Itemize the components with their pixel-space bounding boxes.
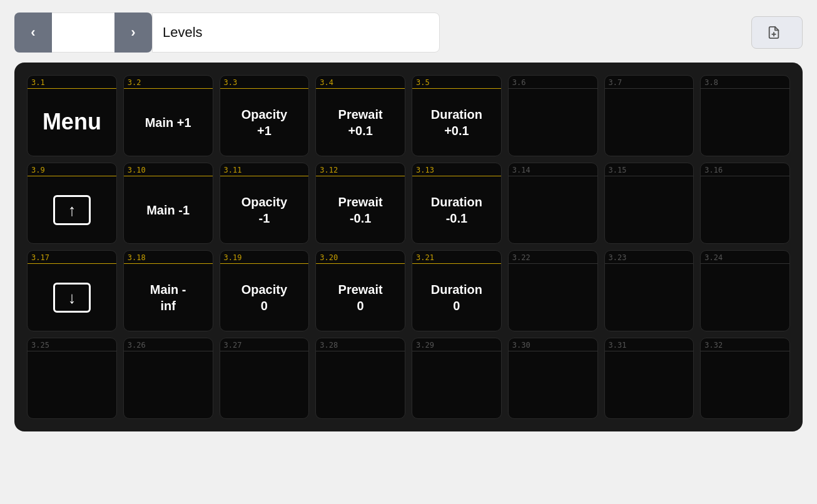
grid-cell[interactable]: 3.16 [700,163,790,244]
arrow-down-icon: ↓ [53,283,91,313]
cell-content: Prewait -0.1 [316,176,405,243]
cell-content: Opacity 0 [220,264,309,331]
cell-content [605,89,694,156]
cell-content: Duration -0.1 [412,176,501,243]
page-number [52,13,114,53]
grid-cell[interactable]: 3.10Main -1 [123,163,213,244]
cell-id: 3.17 [28,251,116,264]
cell-content [28,351,116,418]
cell-content: ↑ [28,176,116,243]
grid-cell[interactable]: 3.5Duration +0.1 [412,75,502,156]
cell-content [605,351,694,418]
cell-id: 3.30 [509,338,597,351]
cell-id: 3.15 [605,163,694,176]
cell-id: 3.19 [220,251,309,264]
page-title-input[interactable] [152,13,440,53]
cell-id: 3.16 [701,163,789,176]
grid-cell[interactable]: 3.20Prewait 0 [315,250,405,331]
cell-id: 3.13 [412,163,501,176]
cell-id: 3.23 [605,251,694,264]
cell-content [220,351,309,418]
cell-content [605,176,694,243]
grid-cell[interactable]: 3.17↓ [27,250,117,331]
cell-content: Prewait 0 [316,264,405,331]
cell-id: 3.27 [220,338,309,351]
grid-cell[interactable]: 3.25 [27,338,117,419]
cell-content [701,264,789,331]
cell-id: 3.10 [124,163,213,176]
grid-cell[interactable]: 3.23 [604,250,694,331]
grid-cell[interactable]: 3.24 [700,250,790,331]
cell-id: 3.18 [124,251,213,264]
grid-cell[interactable]: 3.22 [508,250,598,331]
grid-cell[interactable]: 3.13Duration -0.1 [412,163,502,244]
next-page-button[interactable]: › [114,13,152,53]
cell-id: 3.20 [316,251,405,264]
grid-cell[interactable]: 3.26 [123,338,213,419]
cell-id: 3.21 [412,251,501,264]
cell-content [701,351,789,418]
grid-cell[interactable]: 3.30 [508,338,598,419]
grid: 3.1Menu3.2Main +13.3Opacity +13.4Prewait… [27,75,790,419]
cell-id: 3.4 [316,76,405,89]
grid-cell[interactable]: 3.14 [508,163,598,244]
cell-content [701,89,789,156]
grid-cell[interactable]: 3.21Duration 0 [412,250,502,331]
arrow-up-icon: ↑ [53,195,91,225]
cell-content [509,351,597,418]
export-button[interactable] [751,16,803,49]
grid-cell[interactable]: 3.4Prewait +0.1 [315,75,405,156]
grid-cell[interactable]: 3.32 [700,338,790,419]
cell-id: 3.7 [605,76,694,89]
cell-content: Main - inf [124,264,213,331]
cell-content: Opacity -1 [220,176,309,243]
cell-content [509,264,597,331]
cell-id: 3.5 [412,76,501,89]
cell-content [509,89,597,156]
grid-cell[interactable]: 3.7 [604,75,694,156]
cell-content: Main -1 [124,176,213,243]
cell-id: 3.29 [412,338,501,351]
cell-content: Main +1 [124,89,213,156]
grid-cell[interactable]: 3.8 [700,75,790,156]
cell-content: Duration 0 [412,264,501,331]
cell-id: 3.8 [701,76,789,89]
grid-cell[interactable]: 3.15 [604,163,694,244]
grid-cell[interactable]: 3.9↑ [27,163,117,244]
cell-id: 3.3 [220,76,309,89]
grid-cell[interactable]: 3.28 [315,338,405,419]
grid-cell[interactable]: 3.31 [604,338,694,419]
cell-content: Duration +0.1 [412,89,501,156]
cell-id: 3.31 [605,338,694,351]
grid-cell[interactable]: 3.18Main - inf [123,250,213,331]
cell-content: Menu [28,89,116,156]
export-icon [767,26,781,39]
grid-cell[interactable]: 3.19Opacity 0 [220,250,310,331]
cell-content [124,351,213,418]
cell-content [701,176,789,243]
cell-id: 3.22 [509,251,597,264]
cell-id: 3.6 [509,76,597,89]
prev-page-button[interactable]: ‹ [14,13,52,53]
cell-id: 3.12 [316,163,405,176]
cell-content: Opacity +1 [220,89,309,156]
top-bar: ‹ › [14,13,803,53]
cell-id: 3.32 [701,338,789,351]
grid-cell[interactable]: 3.6 [508,75,598,156]
grid-cell[interactable]: 3.27 [220,338,310,419]
cell-id: 3.24 [701,251,789,264]
grid-cell[interactable]: 3.3Opacity +1 [220,75,310,156]
cell-content: Prewait +0.1 [316,89,405,156]
grid-container: 3.1Menu3.2Main +13.3Opacity +13.4Prewait… [14,63,803,431]
grid-cell[interactable]: 3.29 [412,338,502,419]
grid-cell[interactable]: 3.1Menu [27,75,117,156]
cell-id: 3.1 [28,76,116,89]
cell-content [412,351,501,418]
cell-content [605,264,694,331]
cell-id: 3.2 [124,76,213,89]
grid-cell[interactable]: 3.11Opacity -1 [220,163,310,244]
grid-cell[interactable]: 3.2Main +1 [123,75,213,156]
grid-cell[interactable]: 3.12Prewait -0.1 [315,163,405,244]
cell-content [316,351,405,418]
cell-id: 3.26 [124,338,213,351]
